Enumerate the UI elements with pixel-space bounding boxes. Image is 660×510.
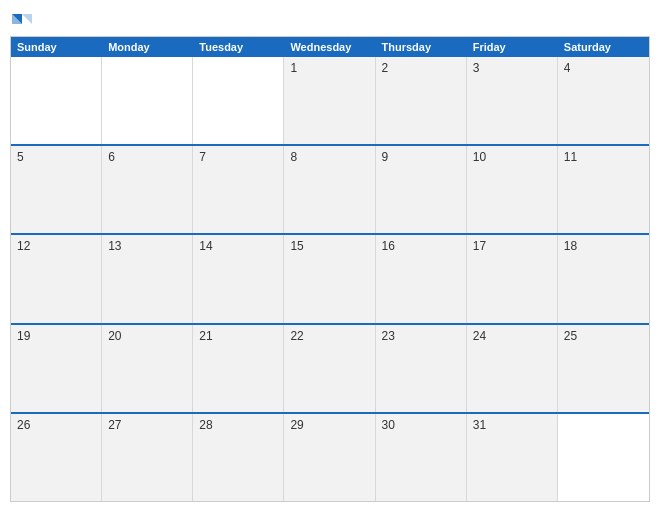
day-number: 11	[564, 150, 577, 164]
header	[10, 10, 650, 32]
day-number: 16	[382, 239, 395, 253]
day-number: 8	[290, 150, 297, 164]
week-row-1: 1234	[11, 57, 649, 144]
day-number: 19	[17, 329, 30, 343]
day-number: 15	[290, 239, 303, 253]
day-cell: 9	[376, 146, 467, 233]
day-header-monday: Monday	[102, 37, 193, 57]
week-row-2: 567891011	[11, 144, 649, 233]
day-number: 2	[382, 61, 389, 75]
week-row-5: 262728293031	[11, 412, 649, 501]
day-cell: 10	[467, 146, 558, 233]
day-number: 31	[473, 418, 486, 432]
day-cell: 12	[11, 235, 102, 322]
week-row-3: 12131415161718	[11, 233, 649, 322]
day-cell: 31	[467, 414, 558, 501]
day-number: 22	[290, 329, 303, 343]
day-number: 25	[564, 329, 577, 343]
day-cell: 3	[467, 57, 558, 144]
day-header-saturday: Saturday	[558, 37, 649, 57]
day-number: 30	[382, 418, 395, 432]
day-cell	[11, 57, 102, 144]
day-cell: 1	[284, 57, 375, 144]
week-row-4: 19202122232425	[11, 323, 649, 412]
day-cell: 11	[558, 146, 649, 233]
day-cell: 25	[558, 325, 649, 412]
day-header-thursday: Thursday	[376, 37, 467, 57]
day-cell: 18	[558, 235, 649, 322]
day-number: 24	[473, 329, 486, 343]
day-header-friday: Friday	[467, 37, 558, 57]
day-cell: 17	[467, 235, 558, 322]
day-cell	[102, 57, 193, 144]
day-cell: 20	[102, 325, 193, 412]
day-number: 12	[17, 239, 30, 253]
day-cell: 22	[284, 325, 375, 412]
day-cell	[193, 57, 284, 144]
day-cell: 23	[376, 325, 467, 412]
day-cell: 8	[284, 146, 375, 233]
day-cell: 13	[102, 235, 193, 322]
page: SundayMondayTuesdayWednesdayThursdayFrid…	[0, 0, 660, 510]
calendar: SundayMondayTuesdayWednesdayThursdayFrid…	[10, 36, 650, 502]
day-cell: 29	[284, 414, 375, 501]
day-number: 26	[17, 418, 30, 432]
day-number: 27	[108, 418, 121, 432]
day-header-tuesday: Tuesday	[193, 37, 284, 57]
day-cell: 16	[376, 235, 467, 322]
day-number: 20	[108, 329, 121, 343]
day-header-wednesday: Wednesday	[284, 37, 375, 57]
day-cell	[558, 414, 649, 501]
day-number: 1	[290, 61, 297, 75]
day-headers: SundayMondayTuesdayWednesdayThursdayFrid…	[11, 37, 649, 57]
day-cell: 27	[102, 414, 193, 501]
day-number: 21	[199, 329, 212, 343]
day-header-sunday: Sunday	[11, 37, 102, 57]
day-number: 6	[108, 150, 115, 164]
day-number: 13	[108, 239, 121, 253]
day-cell: 21	[193, 325, 284, 412]
day-number: 17	[473, 239, 486, 253]
day-cell: 30	[376, 414, 467, 501]
weeks: 1234567891011121314151617181920212223242…	[11, 57, 649, 501]
day-cell: 19	[11, 325, 102, 412]
day-number: 29	[290, 418, 303, 432]
day-cell: 14	[193, 235, 284, 322]
day-number: 5	[17, 150, 24, 164]
day-cell: 5	[11, 146, 102, 233]
day-number: 28	[199, 418, 212, 432]
logo-icon	[10, 10, 32, 32]
day-cell: 26	[11, 414, 102, 501]
day-cell: 6	[102, 146, 193, 233]
day-cell: 15	[284, 235, 375, 322]
day-number: 18	[564, 239, 577, 253]
logo	[10, 10, 36, 32]
day-number: 7	[199, 150, 206, 164]
day-number: 4	[564, 61, 571, 75]
day-number: 14	[199, 239, 212, 253]
svg-marker-2	[22, 14, 32, 24]
day-number: 3	[473, 61, 480, 75]
day-number: 9	[382, 150, 389, 164]
day-number: 23	[382, 329, 395, 343]
day-cell: 2	[376, 57, 467, 144]
day-cell: 28	[193, 414, 284, 501]
day-cell: 4	[558, 57, 649, 144]
day-cell: 24	[467, 325, 558, 412]
day-number: 10	[473, 150, 486, 164]
day-cell: 7	[193, 146, 284, 233]
